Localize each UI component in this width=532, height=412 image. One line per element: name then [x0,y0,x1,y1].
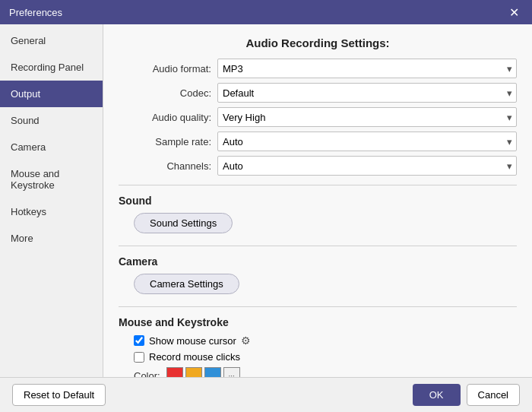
sound-settings-button[interactable]: Sound Settings [134,213,233,233]
color-swatch-red[interactable] [166,367,183,377]
color-swatch-orange[interactable] [185,367,202,377]
divider-camera [119,246,517,246]
select-0[interactable]: MP3 [217,59,517,78]
main-panel: Audio Recording Settings: Audio format:M… [103,24,532,377]
color-row: Color: ··· [134,367,517,377]
form-row-1: Codec:Default [119,83,517,103]
show-cursor-label: Show mouse cursor [149,335,236,347]
color-more-button[interactable]: ··· [223,367,240,377]
reset-button[interactable]: Reset to Default [12,384,106,406]
footer: Reset to Default OK Cancel [0,377,532,412]
sound-section: Sound Sound Settings [119,195,517,236]
sidebar-item-recording-panel[interactable]: Recording Panel [0,54,103,81]
sidebar-item-more[interactable]: More [0,225,103,252]
form-row-3: Sample rate:Auto [119,132,517,151]
sidebar-item-sound[interactable]: Sound [0,107,103,134]
camera-section: Camera Camera Settings [119,255,517,297]
select-2[interactable]: Very High [217,107,517,127]
select-wrapper-3: Auto [217,132,517,151]
form-row-0: Audio format:MP3 [119,59,517,78]
mouse-section: Mouse and Keystroke Show mouse cursor ⚙ … [119,316,517,377]
form-label-2: Audio quality: [119,112,217,123]
content-area: GeneralRecording PanelOutputSoundCameraM… [0,24,532,377]
sidebar-item-general[interactable]: General [0,27,103,54]
sidebar-item-hotkeys[interactable]: Hotkeys [0,198,103,225]
sidebar-item-output[interactable]: Output [0,81,103,107]
sidebar-item-mouse-and-keystroke[interactable]: Mouse and Keystroke [0,160,103,198]
color-swatch-blue[interactable] [204,367,221,377]
mouse-section-title: Mouse and Keystroke [119,316,517,328]
sidebar-item-camera[interactable]: Camera [0,134,103,160]
preferences-window: Preferences ✕ GeneralRecording PanelOutp… [0,0,532,412]
form-label-3: Sample rate: [119,136,217,147]
divider-mouse [119,306,517,307]
close-button[interactable]: ✕ [505,3,523,21]
color-label: Color: [134,370,160,378]
footer-right: OK Cancel [413,384,520,406]
cancel-button[interactable]: Cancel [467,384,520,406]
show-cursor-row: Show mouse cursor ⚙ [134,334,517,347]
record-clicks-label: Record mouse clicks [149,351,240,363]
select-wrapper-2: Very High [217,107,517,127]
footer-left: Reset to Default [12,384,106,406]
select-wrapper-4: Auto [217,156,517,176]
record-clicks-checkbox[interactable] [134,352,144,363]
form-row-4: Channels:Auto [119,156,517,176]
audio-fields: Audio format:MP3Codec:DefaultAudio quali… [119,59,517,176]
audio-section-title: Audio Recording Settings: [119,36,517,49]
select-3[interactable]: Auto [217,132,517,151]
form-row-2: Audio quality:Very High [119,107,517,127]
show-cursor-checkbox[interactable] [134,335,144,346]
form-label-4: Channels: [119,160,217,172]
form-label-1: Codec: [119,87,217,99]
select-wrapper-1: Default [217,83,517,103]
camera-section-title: Camera [119,255,517,268]
gear-icon[interactable]: ⚙ [241,334,251,347]
record-clicks-row: Record mouse clicks [134,351,517,363]
sidebar: GeneralRecording PanelOutputSoundCameraM… [0,24,103,377]
title-bar: Preferences ✕ [0,0,532,24]
divider-sound [119,185,517,185]
form-label-0: Audio format: [119,63,217,74]
select-4[interactable]: Auto [217,156,517,176]
select-1[interactable]: Default [217,83,517,103]
camera-settings-button[interactable]: Camera Settings [134,274,239,294]
ok-button[interactable]: OK [413,384,461,406]
window-title: Preferences [9,7,62,18]
select-wrapper-0: MP3 [217,59,517,78]
sound-section-title: Sound [119,195,517,207]
